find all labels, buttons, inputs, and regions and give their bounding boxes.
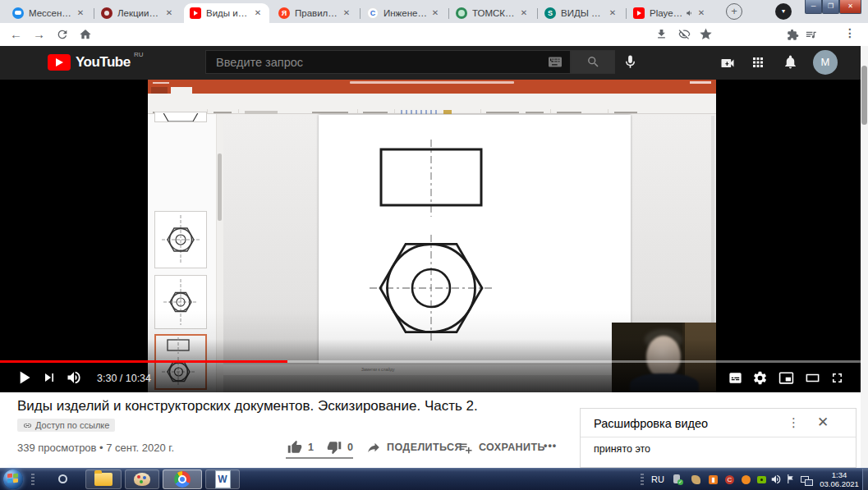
show-desktop-button[interactable]	[862, 469, 868, 490]
progress-bar-played[interactable]	[0, 360, 287, 363]
back-icon[interactable]: ←	[10, 27, 22, 41]
close-icon[interactable]: ✕	[429, 7, 441, 19]
close-icon[interactable]: ✕	[696, 7, 707, 19]
volume-tray-icon[interactable]	[770, 474, 783, 486]
search-button[interactable]	[571, 50, 615, 74]
slide-thumbnail[interactable]	[154, 211, 207, 268]
more-actions-button[interactable]: •••	[544, 440, 557, 451]
chat-favicon	[12, 7, 24, 19]
forward-icon[interactable]: →	[33, 27, 45, 41]
tab-audio-icon[interactable]	[686, 9, 694, 17]
video-player[interactable]: Заметки к слайду 3:30 / 10:34	[0, 80, 861, 392]
youtube-avatar[interactable]: M	[813, 50, 838, 75]
transcript-kebab-icon[interactable]: ⋮	[788, 415, 800, 430]
scrollbar-thumb[interactable]	[861, 66, 867, 125]
close-icon[interactable]: ✕	[607, 7, 618, 19]
theater-mode-icon[interactable]	[805, 370, 820, 386]
share-arrow-icon	[366, 440, 381, 455]
tab-separator	[448, 8, 449, 19]
tab-products[interactable]: S ВИДЫ ИЗДЕЛ ✕	[539, 3, 624, 23]
start-button[interactable]	[3, 469, 23, 489]
next-video-icon[interactable]	[41, 369, 57, 386]
tab-separator	[360, 8, 361, 19]
minimize-button[interactable]: ─	[805, 0, 822, 14]
tray-handle	[641, 474, 644, 485]
taskbar-word-button[interactable]: W	[205, 469, 240, 489]
subtitles-icon[interactable]	[728, 370, 743, 386]
progress-bar-remaining[interactable]	[287, 360, 861, 363]
tray-icon[interactable]: ▮	[707, 474, 719, 486]
search-input[interactable]	[205, 50, 571, 74]
close-icon[interactable]: ✕	[163, 7, 175, 19]
thumb-up-icon	[287, 440, 302, 455]
close-window-button[interactable]: ✕	[839, 0, 861, 14]
reading-list-icon[interactable]	[805, 29, 817, 41]
close-icon[interactable]: ✕	[341, 7, 352, 19]
tab-youtube-active[interactable]: Виды издели ✕	[184, 3, 269, 23]
save-page-icon[interactable]	[655, 28, 668, 40]
playlist-add-icon	[458, 440, 473, 455]
browser-menu-kebab-icon[interactable]: ⋮	[844, 26, 856, 39]
reload-icon[interactable]	[56, 28, 69, 41]
eye-off-icon[interactable]	[678, 28, 691, 40]
tray-icon[interactable]	[690, 474, 702, 486]
like-button[interactable]: 1	[287, 440, 314, 455]
chevron-down-icon[interactable]: ▾	[775, 3, 792, 20]
usb-tray-icon[interactable]: ✓	[672, 474, 684, 486]
transcript-close-icon[interactable]: ✕	[817, 414, 829, 431]
tab-messenger[interactable]: Мессенджер ✕	[7, 3, 92, 23]
ellipsis-icon: •••	[544, 440, 557, 451]
link-icon	[23, 421, 32, 430]
puzzle-extensions-icon[interactable]	[787, 29, 799, 41]
fullscreen-icon[interactable]	[829, 370, 845, 386]
volume-icon[interactable]	[66, 369, 82, 386]
panel-scrollbar-thumb[interactable]	[218, 153, 222, 221]
close-icon[interactable]: ✕	[75, 7, 86, 19]
network-tray-icon[interactable]	[800, 474, 812, 486]
youtube-logo-icon[interactable]	[48, 54, 71, 71]
action-center-flag-icon[interactable]	[785, 474, 797, 486]
page-scrollbar[interactable]	[861, 46, 868, 468]
new-tab-button[interactable]: +	[726, 3, 742, 20]
taskbar-paint-button[interactable]	[125, 469, 159, 489]
screen: Мессенджер ✕ Лекции on-lin ✕ Виды издели…	[0, 0, 868, 490]
taskbar-explorer-button[interactable]	[85, 469, 122, 489]
dislike-button[interactable]: 0	[327, 440, 353, 455]
tab-rules[interactable]: Я Правила про ✕	[273, 3, 358, 23]
taskbar-clock[interactable]: 1:34 03.06.2021	[818, 470, 861, 488]
keyboard-icon[interactable]	[549, 57, 562, 67]
tab-tomsk[interactable]: ТОМСКИЙ ✕	[450, 3, 535, 23]
miniplayer-icon[interactable]	[778, 370, 794, 386]
save-button[interactable]: СОХРАНИТЬ	[458, 440, 545, 455]
language-indicator[interactable]: RU	[651, 474, 664, 484]
tab-playerunknown[interactable]: PlayerUnk ✕	[627, 3, 713, 23]
tab-title: PlayerUnk	[650, 8, 683, 18]
play-icon[interactable]	[13, 367, 34, 388]
tab-title: ТОМСКИЙ	[472, 8, 516, 18]
youtube-logo-text[interactable]: YouTube	[76, 54, 131, 71]
browser-tabstrip: Мессенджер ✕ Лекции on-lin ✕ Виды издели…	[0, 0, 868, 23]
notifications-bell-icon[interactable]	[783, 54, 798, 70]
share-button[interactable]: ПОДЕЛИТЬСЯ	[366, 440, 462, 455]
tray-icon[interactable]: C	[723, 474, 736, 486]
antivirus-tray-icon[interactable]	[740, 474, 752, 486]
close-icon[interactable]: ✕	[252, 7, 264, 19]
taskbar-chrome-button[interactable]	[163, 469, 202, 489]
chrome-icon	[174, 471, 191, 488]
access-badge-text: Доступ по ссылке	[35, 420, 109, 430]
transcript-line[interactable]: принято это	[594, 443, 650, 455]
slide-thumbnail-partial[interactable]	[154, 112, 207, 122]
bookmark-star-icon[interactable]	[700, 28, 712, 40]
tab-engineering[interactable]: C Инженерная ✕	[361, 3, 447, 23]
home-icon[interactable]	[79, 28, 92, 41]
microphone-icon[interactable]	[622, 54, 638, 70]
apps-grid-icon[interactable]	[751, 55, 765, 70]
tab-lectures[interactable]: Лекции on-lin ✕	[95, 3, 181, 23]
save-label: СОХРАНИТЬ	[479, 442, 545, 453]
maximize-button[interactable]: ❐	[822, 0, 839, 14]
close-icon[interactable]: ✕	[518, 7, 530, 19]
settings-gear-icon[interactable]	[752, 370, 768, 386]
taskbar-handle	[31, 474, 34, 485]
create-video-icon[interactable]	[719, 55, 736, 71]
nvidia-tray-icon[interactable]	[755, 474, 768, 486]
